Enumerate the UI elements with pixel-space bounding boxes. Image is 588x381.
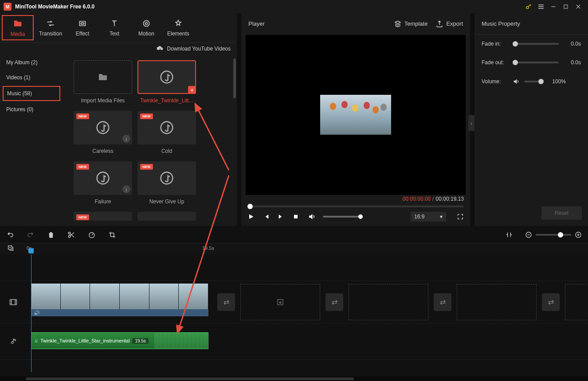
split-button[interactable] — [67, 231, 75, 239]
svg-rect-18 — [10, 299, 17, 305]
properties-title: Music Property — [474, 13, 588, 35]
fade-in-slider[interactable] — [513, 43, 559, 45]
transition-icon — [46, 19, 55, 28]
fade-out-slider[interactable] — [513, 62, 559, 63]
progress-bar[interactable] — [247, 206, 464, 207]
add-to-timeline-icon[interactable]: + — [188, 86, 196, 94]
horizontal-scrollbar[interactable] — [0, 377, 588, 381]
svg-point-9 — [97, 172, 109, 184]
drop-zone[interactable] — [240, 284, 320, 320]
card-never-give-up[interactable]: NEW Never Give Up — [137, 161, 196, 205]
tab-elements[interactable]: Elements — [162, 13, 194, 42]
download-icon[interactable]: ↓ — [122, 185, 130, 193]
stop-button[interactable] — [293, 214, 302, 220]
sidebar-item-music[interactable]: Music (58) — [3, 86, 60, 101]
transition-slot[interactable]: ⇄ — [434, 293, 451, 311]
new-badge: NEW — [140, 113, 153, 119]
tab-media[interactable]: Media — [2, 15, 34, 40]
sidebar-item-videos[interactable]: Videos (1) — [0, 70, 63, 85]
next-frame-button[interactable] — [278, 213, 286, 220]
media-grid: Import Media Files + Twinkle_Twinkle_Lit… — [63, 55, 237, 226]
svg-point-0 — [526, 6, 529, 8]
zoom-in-button[interactable] — [575, 231, 582, 238]
close-button[interactable] — [572, 0, 584, 13]
menu-icon[interactable] — [535, 0, 547, 13]
add-track-button[interactable] — [7, 245, 14, 252]
volume-icon[interactable] — [308, 213, 317, 221]
volume-slider[interactable] — [323, 216, 363, 218]
scrollbar[interactable] — [233, 58, 236, 98]
fade-in-label: Fade in: — [482, 41, 508, 47]
collapse-panel-button[interactable]: › — [468, 115, 474, 131]
template-button[interactable]: Template — [394, 20, 428, 28]
reset-button[interactable]: Reset — [541, 206, 582, 220]
new-badge: NEW — [76, 214, 89, 220]
prev-frame-button[interactable] — [263, 213, 271, 220]
drop-zone[interactable] — [565, 284, 588, 320]
volume-value: 100% — [548, 78, 566, 85]
export-button[interactable]: Export — [435, 20, 463, 28]
aspect-ratio-select[interactable]: 16:9 ▾ — [411, 212, 446, 222]
crop-button[interactable] — [108, 231, 116, 239]
drop-zone[interactable] — [457, 284, 537, 320]
volume-slider[interactable] — [524, 81, 544, 82]
timeline-ruler[interactable]: 0s 19.5s — [0, 244, 588, 254]
music-note-icon — [96, 171, 110, 185]
card-careless[interactable]: NEW ↓ Careless — [74, 111, 132, 154]
license-key-icon[interactable] — [522, 0, 535, 13]
tab-media-label: Media — [11, 31, 25, 37]
maximize-button[interactable] — [560, 0, 572, 13]
transition-slot[interactable]: ⇄ — [217, 293, 235, 311]
sidebar-item-myalbum[interactable]: My Album (2) — [0, 55, 63, 70]
undo-button[interactable] — [6, 231, 14, 239]
sidebar-item-pictures[interactable]: Pictures (0) — [0, 102, 63, 117]
download-icon[interactable]: ↓ — [122, 135, 130, 143]
video-preview[interactable] — [246, 35, 466, 195]
card-twinkle[interactable]: + Twinkle_Twinkle_Litt... — [137, 60, 196, 104]
app-title: MiniTool MovieMaker Free 6.0.0 — [15, 4, 94, 10]
card-partial[interactable] — [137, 212, 196, 221]
duration-time: 00:00:19.13 — [436, 196, 464, 202]
library-tabs: Media Transition Effect Text Motion Elem… — [0, 13, 237, 43]
elements-icon — [174, 19, 183, 28]
fit-timeline-button[interactable] — [506, 231, 513, 238]
delete-button[interactable] — [47, 231, 55, 239]
video-track[interactable]: 🔊 ⇄ ⇄ ⇄ ⇄ — [0, 281, 588, 323]
card-cold[interactable]: NEW Cold — [137, 111, 196, 154]
new-badge: NEW — [76, 113, 89, 119]
music-note-icon — [160, 121, 174, 135]
library-panel: Media Transition Effect Text Motion Elem… — [0, 13, 237, 226]
minimize-button[interactable] — [547, 0, 560, 13]
drop-zone[interactable] — [349, 284, 428, 320]
audio-track[interactable]: ♫ Twinkle_Twinkle_Little_Star_instrument… — [0, 323, 588, 360]
tab-effect[interactable]: Effect — [67, 13, 98, 42]
play-button[interactable] — [247, 213, 256, 220]
transition-slot[interactable]: ⇄ — [542, 293, 560, 311]
svg-rect-1 — [564, 5, 568, 8]
zoom-slider[interactable] — [536, 234, 571, 236]
tab-motion[interactable]: Motion — [130, 13, 162, 42]
download-youtube-link[interactable]: Download YouTube Videos — [0, 43, 237, 55]
svg-point-8 — [161, 122, 173, 134]
redo-button[interactable] — [27, 231, 35, 239]
card-import[interactable]: Import Media Files — [74, 60, 132, 104]
playhead[interactable] — [28, 248, 34, 253]
video-clip[interactable]: 🔊 — [31, 284, 208, 310]
media-category-sidebar: My Album (2) Videos (1) Music (58) Pictu… — [0, 55, 63, 226]
music-note-icon — [160, 70, 174, 84]
tab-transition[interactable]: Transition — [35, 13, 67, 42]
audio-clip[interactable]: ♫ Twinkle_Twinkle_Little_Star_instrument… — [31, 332, 208, 349]
card-failure[interactable]: NEW ↓ Failure — [74, 161, 132, 205]
audio-clip-duration: 19.5s — [132, 338, 148, 344]
speed-button[interactable] — [88, 231, 96, 239]
fullscreen-button[interactable] — [457, 213, 464, 220]
playhead-line[interactable] — [31, 254, 31, 372]
overlay-track[interactable] — [0, 254, 588, 281]
fade-out-label: Fade out: — [482, 59, 508, 66]
zoom-out-button[interactable] — [525, 231, 532, 238]
volume-icon[interactable] — [513, 78, 520, 85]
tab-text[interactable]: Text — [98, 13, 130, 42]
card-partial[interactable]: NEW — [74, 212, 132, 221]
transition-slot[interactable]: ⇄ — [325, 293, 343, 311]
effect-icon — [78, 19, 87, 28]
